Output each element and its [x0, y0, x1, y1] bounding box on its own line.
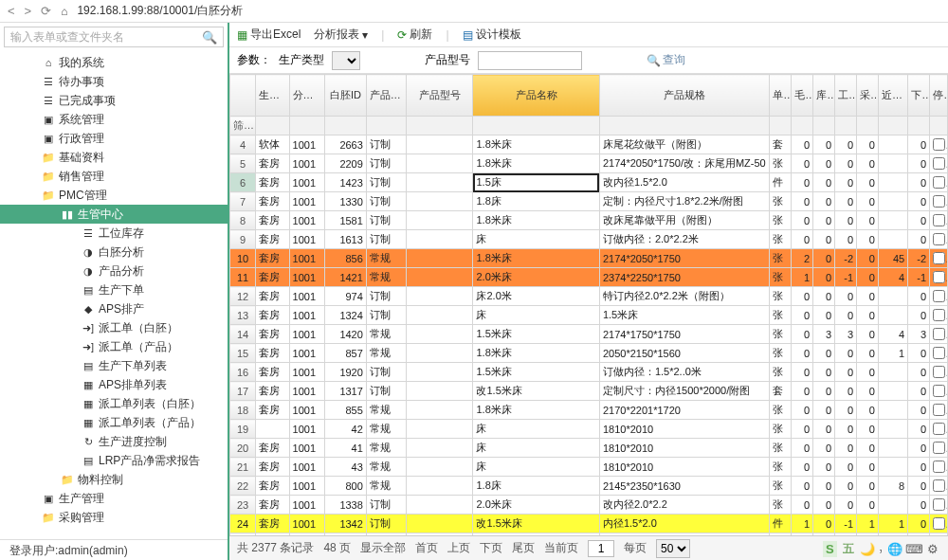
nav-refresh-icon[interactable]: ⟳: [41, 4, 51, 18]
table-row[interactable]: 9套房10011613订制床订做内径：2.0*2.2米张00000: [230, 230, 948, 249]
prod-model-input[interactable]: [478, 51, 582, 70]
pager-current-input[interactable]: [588, 540, 614, 557]
tree-item[interactable]: ▦派工单列表（产品）: [0, 413, 228, 432]
row-enable-checkbox[interactable]: [933, 498, 945, 511]
col-factory-line[interactable]: 工厂在线: [835, 75, 857, 117]
data-grid[interactable]: 生产类型 分类编码 白胚ID 产品类型 产品型号 产品名称 产品规格 单位 毛需…: [229, 74, 948, 535]
col-blank-id[interactable]: 白胚ID: [325, 75, 367, 117]
row-enable-checkbox[interactable]: [933, 461, 945, 473]
row-enable-checkbox[interactable]: [933, 366, 945, 378]
col-rownum[interactable]: [230, 75, 256, 117]
prod-type-select[interactable]: [332, 51, 360, 70]
row-enable-checkbox[interactable]: [933, 176, 945, 189]
table-row[interactable]: 15套房1001857常规1.8米床2050*2150*1560张000010: [230, 344, 948, 363]
table-row[interactable]: 12套房1001974订制床2.0米特订内径2.0*2.2米（附图）张00000: [230, 287, 948, 306]
table-row[interactable]: 20套房100141常规床1810*2010张00000: [230, 439, 948, 458]
row-enable-checkbox[interactable]: [933, 138, 945, 151]
tree-item[interactable]: ▣行政管理: [0, 129, 228, 148]
pager-last[interactable]: 尾页: [512, 540, 535, 556]
row-enable-checkbox[interactable]: [933, 347, 945, 359]
table-row[interactable]: 16套房10011920订制1.5米床订做内径：1.5*2..0米张00000: [230, 363, 948, 382]
table-row[interactable]: 6套房10011423订制1.5床改内径1.5*2.0件00000: [230, 173, 948, 192]
pager-showall[interactable]: 显示全部: [360, 540, 406, 556]
tree-item[interactable]: 📁物料控制: [0, 470, 228, 489]
table-row[interactable]: 11套房10011421常规2.0米床2374*2250*1750张10-104…: [230, 268, 948, 287]
analysis-report-button[interactable]: 分析报表▾: [314, 27, 368, 43]
table-row[interactable]: 13套房10011324订制床1.5米床张00000: [230, 306, 948, 325]
tree-item[interactable]: ▣生产管理: [0, 489, 228, 508]
col-prod-spec[interactable]: 产品规格: [599, 75, 769, 117]
table-row[interactable]: 23套房10011338订制2.0米床改内径2.0*2.2张00000: [230, 496, 948, 515]
tree-item[interactable]: ▦派工单列表（白胚）: [0, 394, 228, 413]
tree-item[interactable]: ☰待办事项: [0, 72, 228, 91]
row-enable-checkbox[interactable]: [933, 290, 945, 302]
table-row[interactable]: 25套房10012412订制特定2米床特定尺寸 配2.0*2.0床垫（附图）件0…: [230, 533, 948, 536]
row-enable-checkbox[interactable]: [933, 442, 945, 454]
col-prod-cat[interactable]: 产品类型: [366, 75, 406, 117]
tree-item[interactable]: ▤生产下单列表: [0, 356, 228, 375]
table-row[interactable]: 8套房10011581订制1.8米床改床尾靠做平用（附图）张00000: [230, 211, 948, 230]
tree-root[interactable]: ⌂ 我的系统: [0, 53, 228, 72]
pager-first[interactable]: 首页: [415, 540, 438, 556]
tree-item[interactable]: ➜]派工单（产品）: [0, 337, 228, 356]
sidebar-search[interactable]: 🔍: [4, 27, 224, 47]
tree-item[interactable]: ◆APS排产: [0, 299, 228, 318]
row-enable-checkbox[interactable]: [933, 252, 945, 264]
tree-item[interactable]: ◑白胚分析: [0, 243, 228, 262]
refresh-button[interactable]: ⟳刷新: [397, 27, 432, 43]
table-row[interactable]: 5套房10012209订制1.8米床2174*2050*1750/改：床尾用MZ…: [230, 154, 948, 173]
nav-forward-icon[interactable]: >: [25, 4, 32, 18]
table-row[interactable]: 7套房10011330订制1.8床定制：内径尺寸1.8*2.2米/附图张0000…: [230, 192, 948, 211]
row-enable-checkbox[interactable]: [933, 195, 945, 208]
row-enable-checkbox[interactable]: [933, 404, 945, 416]
col-prod-type[interactable]: 生产类型: [256, 75, 289, 117]
tree-item[interactable]: ◑产品分析: [0, 262, 228, 280]
table-row[interactable]: 22套房1001800常规1.8床2145*2350*1630张000080: [230, 477, 948, 496]
table-row[interactable]: 17套房10011317订制改1.5米床定制尺寸：内径1500*2000/附图套…: [230, 382, 948, 401]
row-enable-checkbox[interactable]: [933, 479, 945, 492]
col-purchasing[interactable]: 采购在途: [857, 75, 879, 117]
tree-item[interactable]: ▤生产下单: [0, 280, 228, 299]
nav-back-icon[interactable]: <: [8, 4, 15, 18]
col-enable[interactable]: 停用: [930, 75, 948, 117]
row-enable-checkbox[interactable]: [933, 233, 945, 245]
tree-item[interactable]: ▤LRP产品净需求报告: [0, 451, 228, 470]
col-unit[interactable]: 单位: [770, 75, 792, 117]
table-row[interactable]: 14套房10011420常规1.5米床2174*1750*1750张033043: [230, 325, 948, 344]
home-icon[interactable]: ⌂: [61, 5, 67, 18]
row-enable-checkbox[interactable]: [933, 517, 945, 530]
tree-item[interactable]: ▦APS排单列表: [0, 375, 228, 394]
col-prod-name[interactable]: 产品名称: [473, 75, 599, 117]
tree-item[interactable]: ☰工位库存: [0, 224, 228, 243]
design-template-button[interactable]: ▤设计模板: [463, 27, 521, 43]
row-enable-checkbox[interactable]: [933, 385, 945, 397]
search-icon[interactable]: 🔍: [202, 30, 217, 45]
row-enable-checkbox[interactable]: [933, 214, 945, 226]
tree-item[interactable]: ☰已完成事项: [0, 91, 228, 110]
sidebar-search-input[interactable]: [10, 30, 202, 44]
ime-indicator[interactable]: S 五 🌙 ⸴ 🌐 ⌨ ⚙: [823, 541, 939, 557]
tree-item[interactable]: ➜]派工单（白胚）: [0, 318, 228, 337]
col-gross-demand[interactable]: 毛需求量: [792, 75, 813, 117]
tree-item[interactable]: ↻生产进度控制: [0, 432, 228, 451]
row-enable-checkbox[interactable]: [933, 309, 945, 321]
query-button[interactable]: 🔍查询: [647, 52, 685, 68]
col-stock[interactable]: 库存: [813, 75, 835, 117]
row-enable-checkbox[interactable]: [933, 328, 945, 340]
row-enable-checkbox[interactable]: [933, 157, 945, 170]
export-excel-button[interactable]: ▦导出Excel: [237, 27, 301, 43]
table-row[interactable]: 4软体10012663订制1.8米床床尾花纹做平（附图）套00000: [230, 135, 948, 154]
table-row[interactable]: 24套房10011342订制改1.5米床内径1.5*2.0件10-1110: [230, 515, 948, 533]
tree-item[interactable]: 📁采购管理: [0, 508, 228, 527]
tree-item[interactable]: ▮▮生管中心: [0, 205, 228, 224]
tree-item[interactable]: ▣系统管理: [0, 110, 228, 129]
col-next-order-warn[interactable]: 下单预警: [908, 75, 930, 117]
row-enable-checkbox[interactable]: [933, 423, 945, 435]
table-row[interactable]: 18套房1001855常规1.8米床2170*2201*1720张00000: [230, 401, 948, 420]
col-next-month[interactable]: 近6月下单量: [878, 75, 907, 117]
pager-perpage-select[interactable]: 50: [656, 539, 690, 558]
tree-item[interactable]: 📁销售管理: [0, 167, 228, 186]
pager-next[interactable]: 下页: [480, 540, 502, 556]
table-row[interactable]: 21套房100143常规床1810*2010张00000: [230, 458, 948, 477]
row-enable-checkbox[interactable]: [933, 271, 945, 283]
